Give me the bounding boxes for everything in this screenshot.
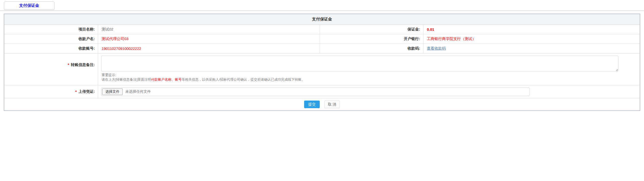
hint-title: 重要提示: — [102, 73, 640, 77]
top-tab-bar: 支付保证金 — [0, 0, 644, 11]
transfer-remark-area: 重要提示: 请在上方[转账信息备注]里面注明付款账户名称、账号等相关信息，以供采… — [98, 53, 640, 85]
pay-deposit-panel: 支付保证金 项目名称: 测试02 保证金: 0.01 收款户名: 测试代理公司0… — [4, 14, 640, 111]
submit-button[interactable]: 提交 — [304, 101, 320, 108]
project-name-value: 测试02 — [98, 25, 320, 34]
qr-code-label: 收款码: — [320, 44, 423, 53]
pay-deposit-tab-button[interactable]: 支付保证金 — [4, 2, 54, 10]
transfer-remark-label: 转账信息备注: — [71, 63, 95, 67]
choose-file-button[interactable]: 选择文件 — [102, 88, 123, 95]
account-number-label: 收款账号: — [4, 44, 98, 53]
hint-text-post: 等相关信息，以供采购人/招标代理公司确认，提交前请确认已成功完成线下转账。 — [182, 78, 305, 81]
payee-name-value: 测试代理公司03 — [98, 34, 320, 44]
project-name-label: 项目名称: — [4, 25, 98, 34]
upload-voucher-label: 上传凭证: — [78, 89, 95, 94]
bank-value: 工商银行商学院支行（测试） — [423, 34, 640, 44]
hint-body: 请在上方[转账信息备注]里面注明付款账户名称、账号等相关信息，以供采购人/招标代… — [102, 77, 640, 82]
view-qr-code-link[interactable]: 查看收款码 — [427, 46, 446, 51]
required-asterisk: * — [75, 89, 77, 94]
row-transfer-remark: * 转账信息备注: 重要提示: 请在上方[转账信息备注]里面注明付款账户名称、账… — [4, 53, 640, 85]
bank-label: 开户银行: — [320, 34, 423, 44]
row-payee-bank: 收款户名: 测试代理公司03 开户银行: 工商银行商学院支行（测试） — [4, 34, 640, 44]
row-project-deposit: 项目名称: 测试02 保证金: 0.01 — [4, 25, 640, 34]
hint-text-pre: 请在上方[转账信息备注]里面注明 — [102, 78, 151, 81]
no-file-selected-text: 未选择任何文件 — [125, 89, 151, 94]
row-account-qr: 收款账号: 1901102709100022222 收款码: 查看收款码 — [4, 44, 640, 53]
required-asterisk: * — [68, 63, 69, 67]
hint-text-red: 付款账户名称、账号 — [151, 78, 182, 81]
important-hint: 重要提示: 请在上方[转账信息备注]里面注明付款账户名称、账号等相关信息，以供采… — [102, 73, 640, 82]
row-actions: 提交 取 消 — [4, 98, 640, 110]
deposit-value: 0.01 — [423, 25, 640, 34]
panel-title: 支付保证金 — [4, 14, 640, 25]
deposit-label: 保证金: — [320, 25, 423, 34]
cancel-button[interactable]: 取 消 — [324, 101, 340, 108]
file-input-box[interactable]: 选择文件 未选择任何文件 — [101, 87, 530, 96]
row-upload-voucher: * 上传凭证: 选择文件 未选择任何文件 — [4, 85, 640, 98]
transfer-remark-textarea[interactable] — [101, 56, 618, 71]
payee-name-label: 收款户名: — [4, 34, 98, 44]
account-number-value: 1901102709100022222 — [98, 44, 320, 53]
